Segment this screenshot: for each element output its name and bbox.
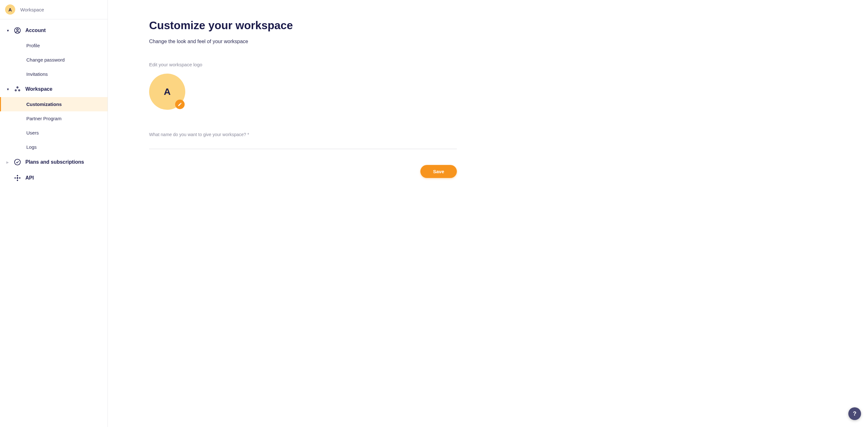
logo-letter: A [164, 86, 171, 97]
svg-point-1 [17, 29, 19, 31]
sidebar-header: A Workspace [0, 0, 107, 19]
nav-item-users[interactable]: Users [0, 126, 107, 140]
nav-group-plans[interactable]: ▶ Plans and subscriptions [0, 154, 107, 170]
nav-group-label: Account [25, 28, 46, 33]
page-subtitle: Change the look and feel of your workspa… [149, 39, 868, 44]
api-icon [14, 175, 21, 181]
nav-item-partner-program[interactable]: Partner Program [0, 111, 107, 126]
help-button[interactable]: ? [848, 407, 861, 420]
edit-logo-button[interactable] [175, 100, 185, 109]
check-circle-icon [14, 159, 21, 165]
workspace-label: Workspace [20, 7, 44, 12]
svg-rect-10 [17, 177, 19, 179]
nav-group-account[interactable]: ▼ Account [0, 23, 107, 38]
svg-rect-9 [19, 177, 21, 179]
nav-item-profile[interactable]: Profile [0, 38, 107, 53]
logo-editor: A [149, 73, 185, 110]
workspace-name-label: What name do you want to give your works… [149, 132, 457, 137]
svg-rect-8 [14, 177, 16, 179]
nav-group-label: API [25, 175, 34, 181]
svg-rect-6 [17, 175, 18, 176]
save-button[interactable]: Save [421, 165, 457, 178]
logo-section-label: Edit your workspace logo [149, 62, 868, 67]
main-content: Customize your workspace Change the look… [108, 0, 868, 427]
workspace-name-label-text: What name do you want to give your works… [149, 132, 246, 137]
page-title: Customize your workspace [149, 19, 868, 32]
caret-right-icon: ▶ [6, 160, 9, 164]
workspace-avatar[interactable]: A [5, 4, 15, 14]
nav-group-api[interactable]: API [0, 170, 107, 186]
workspace-name-input[interactable] [149, 138, 457, 149]
svg-point-4 [19, 90, 20, 91]
caret-down-icon: ▼ [6, 88, 9, 91]
svg-rect-7 [17, 180, 18, 181]
avatar-letter: A [8, 7, 12, 12]
nav-group-workspace[interactable]: ▼ Workspace [0, 81, 107, 97]
nav-item-customizations[interactable]: Customizations [0, 97, 107, 111]
form-actions: Save [149, 165, 457, 178]
nav-item-change-password[interactable]: Change password [0, 53, 107, 67]
nav-item-invitations[interactable]: Invitations [0, 67, 107, 81]
help-icon: ? [853, 410, 857, 417]
nav-group-label: Workspace [25, 86, 52, 92]
account-icon [14, 27, 21, 34]
workspace-name-row: What name do you want to give your works… [149, 132, 457, 149]
svg-point-2 [17, 87, 18, 88]
nav-group-label: Plans and subscriptions [25, 159, 84, 165]
svg-point-3 [15, 90, 16, 91]
nav-item-logs[interactable]: Logs [0, 140, 107, 154]
required-mark: * [247, 132, 249, 137]
pencil-icon [178, 102, 182, 106]
sidebar: A Workspace ▼ Account Profile Change pas… [0, 0, 108, 427]
nav: ▼ Account Profile Change password Invita… [0, 19, 107, 186]
caret-down-icon: ▼ [6, 29, 9, 32]
workspace-icon [14, 86, 21, 93]
